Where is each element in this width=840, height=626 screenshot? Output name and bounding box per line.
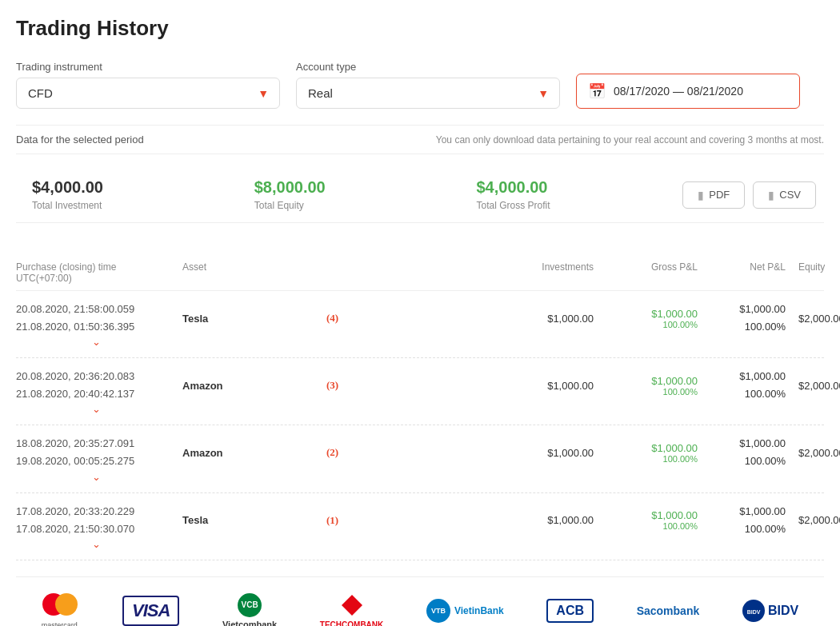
account-select[interactable]: Real Demo xyxy=(296,78,560,109)
bidv-text: BIDV xyxy=(768,604,798,618)
header-badge-spacer xyxy=(320,261,496,284)
row-3-net: $1,000.00 100.00% xyxy=(704,503,792,538)
row-1-gross: $1,000.00 100.00% xyxy=(600,375,704,397)
instrument-label: Trading instrument xyxy=(16,61,280,73)
vietinbank-icon: VTB xyxy=(426,599,450,623)
pdf-label: PDF xyxy=(709,189,730,201)
row-1-net: $1,000.00 100.00% xyxy=(704,368,792,403)
total-equity-label: Total Equity xyxy=(254,200,461,211)
svg-text:BIDV: BIDV xyxy=(747,609,761,615)
row-0-asset: Tesla xyxy=(176,313,320,325)
techcombank-icon xyxy=(340,593,364,617)
header-gross-pl: Gross P&L xyxy=(600,261,704,284)
table-row: 17.08.2020, 20:33:20.229 17.08.2020, 21:… xyxy=(16,493,824,560)
header-asset: Asset xyxy=(176,261,320,284)
row-0-time: 20.08.2020, 21:58:00.059 21.08.2020, 01:… xyxy=(16,301,176,336)
row-0-investments: $1,000.00 xyxy=(496,313,600,325)
row-3-expand[interactable]: ⌄ xyxy=(16,538,176,550)
date-range-value: 08/17/2020 — 08/21/2020 xyxy=(614,85,743,98)
row-3-gross: $1,000.00 100.00% xyxy=(600,509,704,531)
mastercard-label: mastercard. xyxy=(42,621,80,626)
table-row: 20.08.2020, 21:58:00.059 21.08.2020, 01:… xyxy=(16,291,824,358)
row-2-net: $1,000.00 100.00% xyxy=(704,435,792,470)
bidv-logo: BIDV BIDV xyxy=(742,600,798,622)
table-row: 18.08.2020, 20:35:27.091 19.08.2020, 00:… xyxy=(16,425,824,492)
csv-button[interactable]: ▮ CSV xyxy=(753,181,816,209)
row-3-badge: (1) xyxy=(320,514,496,527)
export-buttons: ▮ PDF ▮ CSV xyxy=(682,181,824,209)
acb-text: ACB xyxy=(546,599,594,623)
row-1-expand[interactable]: ⌄ xyxy=(16,403,176,415)
info-bar-right: You can only download data pertaining to… xyxy=(436,134,824,146)
instrument-filter-group: Trading instrument CFD Forex Stocks ▼ xyxy=(16,61,280,109)
payment-logos: mastercard. VISA VCB Vietcombank TECHCOM… xyxy=(16,576,824,626)
total-gross-profit: $4,000.00 Total Gross Profit xyxy=(461,178,683,211)
row-2-equity: $2,000.00 xyxy=(792,447,824,459)
row-2-expand[interactable]: ⌄ xyxy=(16,471,176,483)
techcombank-label: TECHCOMBANK xyxy=(320,620,383,626)
info-bar: Data for the selected period You can onl… xyxy=(16,125,824,154)
row-2-badge: (2) xyxy=(320,446,496,459)
visa-text: VISA xyxy=(122,596,179,626)
row-1-badge: (3) xyxy=(320,379,496,392)
row-3-time: 17.08.2020, 20:33:20.229 17.08.2020, 21:… xyxy=(16,503,176,538)
pdf-icon: ▮ xyxy=(698,189,704,201)
vietcombank-icon: VCB xyxy=(238,593,262,617)
mc-yellow-circle xyxy=(55,593,78,616)
csv-icon: ▮ xyxy=(768,189,774,201)
row-0-net: $1,000.00 100.00% xyxy=(704,301,792,336)
pdf-button[interactable]: ▮ PDF xyxy=(682,181,745,209)
acb-logo: ACB xyxy=(546,599,594,623)
date-label xyxy=(576,57,800,69)
row-0-gross: $1,000.00 100.00% xyxy=(600,308,704,329)
instrument-select[interactable]: CFD Forex Stocks xyxy=(16,78,280,109)
vietcombank-label: Vietcombank xyxy=(222,620,277,626)
header-time: Purchase (closing) time UTC(+07:00) xyxy=(16,261,176,284)
row-0-equity: $2,000.00 xyxy=(792,313,824,325)
total-investment-value: $4,000.00 xyxy=(32,178,238,197)
total-equity: $8,000.00 Total Equity xyxy=(238,178,461,211)
sacombank-logo: Sacombank xyxy=(637,604,700,617)
sacombank-text: Sacombank xyxy=(637,604,700,617)
table-header: Purchase (closing) time UTC(+07:00) Asse… xyxy=(16,255,824,291)
row-2-investments: $1,000.00 xyxy=(496,447,600,459)
info-bar-left: Data for the selected period xyxy=(16,134,144,146)
row-1-time: 20.08.2020, 20:36:20.083 21.08.2020, 20:… xyxy=(16,368,176,403)
total-equity-value: $8,000.00 xyxy=(254,178,461,197)
visa-logo: VISA xyxy=(122,596,179,626)
row-3-investments: $1,000.00 xyxy=(496,514,600,526)
header-net-pl: Net P&L xyxy=(704,261,792,284)
total-investment: $4,000.00 Total Investment xyxy=(16,178,238,211)
vietinbank-logo: VTB VietinBank xyxy=(426,599,504,623)
page-title: Trading History xyxy=(16,16,824,41)
row-3-equity: $2,000.00 xyxy=(792,514,824,526)
header-investments: Investments xyxy=(496,261,600,284)
row-1-asset: Amazon xyxy=(176,380,320,392)
row-3-asset: Tesla xyxy=(176,514,320,526)
total-gross-profit-value: $4,000.00 xyxy=(477,178,683,197)
date-filter-group: 📅 08/17/2020 — 08/21/2020 xyxy=(576,57,800,109)
vietcombank-logo: VCB Vietcombank xyxy=(222,593,277,626)
account-filter-group: Account type Real Demo ▼ xyxy=(296,61,560,109)
total-gross-profit-label: Total Gross Profit xyxy=(477,200,683,211)
row-2-asset: Amazon xyxy=(176,447,320,459)
trading-table: Purchase (closing) time UTC(+07:00) Asse… xyxy=(16,255,824,560)
summary-row: $4,000.00 Total Investment $8,000.00 Tot… xyxy=(16,167,824,223)
date-range-picker[interactable]: 📅 08/17/2020 — 08/21/2020 xyxy=(576,74,800,109)
csv-label: CSV xyxy=(779,189,801,201)
header-equity: Equity xyxy=(792,261,824,284)
account-label: Account type xyxy=(296,61,560,73)
table-row: 20.08.2020, 20:36:20.083 21.08.2020, 20:… xyxy=(16,358,824,425)
mastercard-logo: mastercard. xyxy=(42,593,80,626)
row-0-expand[interactable]: ⌄ xyxy=(16,336,176,348)
calendar-icon: 📅 xyxy=(588,82,606,100)
account-select-wrapper: Real Demo ▼ xyxy=(296,78,560,109)
vietinbank-label: VietinBank xyxy=(454,605,504,616)
row-1-equity: $2,000.00 xyxy=(792,380,824,392)
row-2-time: 18.08.2020, 20:35:27.091 19.08.2020, 00:… xyxy=(16,435,176,470)
row-0-badge: (4) xyxy=(320,312,496,325)
total-investment-label: Total Investment xyxy=(32,200,238,211)
filters-row: Trading instrument CFD Forex Stocks ▼ Ac… xyxy=(16,57,824,109)
instrument-select-wrapper: CFD Forex Stocks ▼ xyxy=(16,78,280,109)
row-1-investments: $1,000.00 xyxy=(496,380,600,392)
